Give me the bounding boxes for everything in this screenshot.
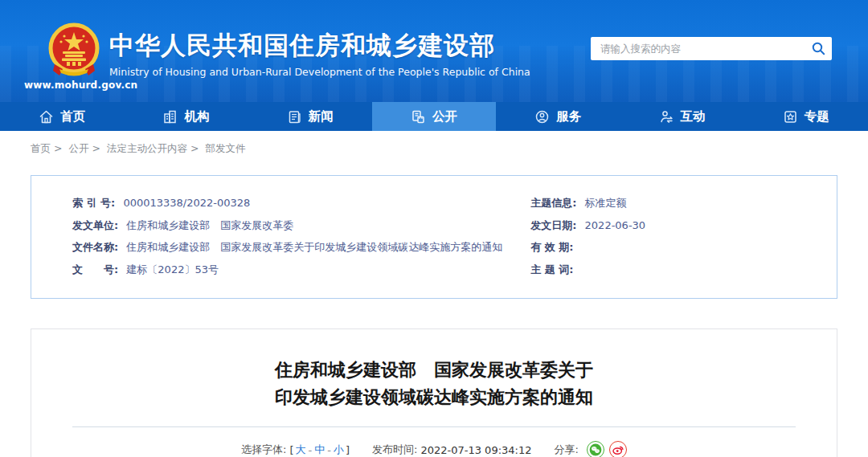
bracket-open: [ bbox=[289, 444, 293, 456]
info-value: 住房和城乡建设部 国家发展改革委关于印发城乡建设领域碳达峰实施方案的通知 bbox=[126, 241, 502, 253]
breadcrumb-separator: > bbox=[54, 142, 62, 154]
service-icon bbox=[534, 109, 550, 124]
info-label: 主 题 词: bbox=[530, 263, 573, 275]
info-value: 000013338/2022-00328 bbox=[123, 197, 250, 209]
nav-label: 机构 bbox=[184, 108, 209, 125]
home-icon bbox=[39, 109, 54, 124]
weibo-share-button[interactable] bbox=[609, 441, 627, 457]
article-title: 住房和城乡建设部 国家发展改革委关于 印发城乡建设领域碳达峰实施方案的通知 bbox=[31, 357, 837, 411]
nav-item-news[interactable]: 新闻 bbox=[248, 102, 372, 131]
main-nav: 首页 机构 新闻 公开 bbox=[0, 102, 868, 131]
info-row-index-number: 索 引 号: 000013338/2022-00328 bbox=[72, 192, 530, 214]
info-label: 文 号: bbox=[72, 263, 118, 275]
nav-label: 服务 bbox=[556, 108, 581, 125]
nav-item-services[interactable]: 服务 bbox=[496, 102, 620, 131]
wechat-share-button[interactable] bbox=[587, 441, 604, 457]
wechat-icon bbox=[589, 443, 602, 456]
dash-separator: - bbox=[327, 444, 331, 456]
nav-label: 新闻 bbox=[309, 108, 334, 125]
info-value: 2022-06-30 bbox=[585, 219, 646, 231]
info-value: 标准定额 bbox=[585, 197, 627, 209]
title-divider bbox=[72, 426, 796, 427]
national-emblem bbox=[47, 22, 101, 77]
article-title-line2: 印发城乡建设领域碳达峰实施方案的通知 bbox=[31, 384, 837, 411]
nav-label: 公开 bbox=[432, 108, 457, 125]
breadcrumb-home[interactable]: 首页 bbox=[31, 142, 51, 154]
share-label: 分享: bbox=[555, 443, 579, 457]
nav-item-interaction[interactable]: 互动 bbox=[620, 102, 743, 131]
breadcrumb-statutory-content[interactable]: 法定主动公开内容 bbox=[107, 142, 187, 154]
info-row-document-name: 文件名称: 住房和城乡建设部 国家发展改革委关于印发城乡建设领域碳达峰实施方案的… bbox=[72, 236, 530, 259]
font-size-small[interactable]: 小 bbox=[334, 443, 344, 457]
info-label: 文件名称: bbox=[72, 241, 118, 253]
bracket-close: ] bbox=[346, 444, 350, 456]
search-icon bbox=[812, 42, 825, 55]
search-button[interactable] bbox=[805, 37, 832, 60]
interaction-icon bbox=[659, 109, 674, 124]
info-label: 主题信息: bbox=[530, 197, 576, 209]
breadcrumb: 首页> 公开> 法定主动公开内容> 部发文件 bbox=[0, 131, 868, 156]
info-label: 有 效 期: bbox=[530, 241, 573, 253]
site-title: 中华人民共和国住房和城乡建设部 bbox=[109, 29, 530, 61]
topics-icon bbox=[783, 109, 798, 124]
info-label: 索 引 号: bbox=[72, 197, 115, 209]
info-label: 发文单位: bbox=[72, 219, 118, 231]
info-row-issue-date: 发文日期: 2022-06-30 bbox=[530, 214, 837, 237]
publish-time-value: 2022-07-13 09:34:12 bbox=[420, 444, 531, 456]
dash-separator: - bbox=[309, 444, 313, 456]
article-title-line1: 住房和城乡建设部 国家发展改革委关于 bbox=[31, 357, 837, 384]
info-label: 发文日期: bbox=[530, 219, 576, 231]
info-row-keywords: 主 题 词: bbox=[530, 259, 837, 281]
breadcrumb-disclosure[interactable]: 公开 bbox=[68, 142, 88, 154]
nav-item-organization[interactable]: 机构 bbox=[124, 102, 248, 131]
site-header: www.mohurd.gov.cn 中华人民共和国住房和城乡建设部 Minist… bbox=[0, 0, 868, 102]
info-row-document-number: 文 号: 建标〔2022〕53号 bbox=[72, 259, 530, 281]
breadcrumb-separator: > bbox=[190, 142, 199, 154]
nav-item-topics[interactable]: 专题 bbox=[744, 102, 868, 131]
site-url: www.mohurd.gov.cn bbox=[24, 80, 137, 91]
share-group: 分享: bbox=[555, 441, 627, 457]
breadcrumb-separator: > bbox=[92, 142, 100, 154]
article-box: 住房和城乡建设部 国家发展改革委关于 印发城乡建设领域碳达峰实施方案的通知 选择… bbox=[31, 328, 837, 457]
news-icon bbox=[287, 109, 302, 124]
info-value: 住房和城乡建设部 国家发展改革委 bbox=[126, 219, 293, 231]
nav-label: 互动 bbox=[681, 108, 706, 125]
article-meta-row: 选择字体: [ 大 - 中 - 小 ] 发布时间: 2022-07-13 09:… bbox=[31, 441, 837, 457]
info-row-subject-info: 主题信息: 标准定额 bbox=[530, 192, 837, 214]
search-input[interactable] bbox=[591, 37, 805, 60]
publish-time-label: 发布时间: bbox=[372, 443, 417, 457]
info-row-issuing-unit: 发文单位: 住房和城乡建设部 国家发展改革委 bbox=[72, 214, 530, 237]
weibo-icon bbox=[612, 443, 624, 456]
font-size-medium[interactable]: 中 bbox=[314, 443, 325, 457]
search-box[interactable] bbox=[591, 37, 832, 60]
disclosure-icon bbox=[411, 109, 426, 124]
info-value: 建标〔2022〕53号 bbox=[126, 263, 219, 275]
publish-time: 发布时间: 2022-07-13 09:34:12 bbox=[372, 443, 531, 457]
font-size-chooser: 选择字体: [ 大 - 中 - 小 ] bbox=[241, 443, 350, 457]
breadcrumb-ministry-documents: 部发文件 bbox=[205, 142, 245, 154]
font-chooser-label: 选择字体: bbox=[241, 443, 286, 457]
site-subtitle: Ministry of Housing and Urban-Rural Deve… bbox=[109, 66, 530, 78]
nav-label: 首页 bbox=[60, 108, 85, 125]
nav-item-disclosure[interactable]: 公开 bbox=[372, 102, 496, 131]
info-row-validity-period: 有 效 期: bbox=[530, 236, 837, 259]
document-info-box: 索 引 号: 000013338/2022-00328 发文单位: 住房和城乡建… bbox=[31, 175, 837, 299]
font-size-large[interactable]: 大 bbox=[296, 443, 306, 457]
nav-label: 专题 bbox=[805, 108, 829, 125]
organization-icon bbox=[162, 109, 178, 124]
nav-item-home[interactable]: 首页 bbox=[0, 102, 124, 131]
